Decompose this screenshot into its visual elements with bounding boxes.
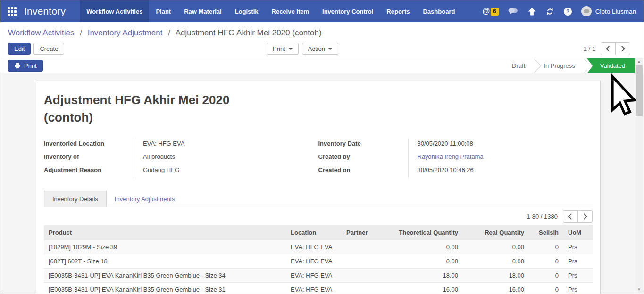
pager-buttons [601,42,630,55]
cell-uom: Prs [563,254,593,269]
column-header-theoretical-quantity[interactable]: Theoretical Quantity [385,225,463,240]
notification-badge: 6 [491,8,499,16]
svg-text:?: ? [566,8,569,14]
upload-button[interactable] [527,7,536,16]
menu-inventory-control[interactable]: Inventory Control [316,0,380,22]
list-pager: 1-80 / 1380 [44,210,593,223]
menu-raw-material[interactable]: Raw Material [177,0,228,22]
cell-uom: Prs [563,283,593,294]
print-report-button[interactable]: Print [8,60,43,72]
cell-theoretical-quantity: 16.00 [385,283,463,294]
menu-workflow-activities[interactable]: Workflow Activities [80,0,149,22]
table-row[interactable]: [1029M] 1029M - Size 39 EVA: HFG EVA 0.0… [44,240,593,254]
column-header-uom[interactable]: UoM [563,225,593,240]
table-row[interactable]: [602T] 602T - Size 18 EVA: HFG EVA 0.00 … [44,254,593,269]
breadcrumb-workflow-activities[interactable]: Workflow Activities [8,28,74,37]
field-value-created-by[interactable]: Raydhika Ireng Pratama [408,152,593,165]
scrollbar-thumb[interactable] [636,65,643,116]
breadcrumb-inventory-adjustment[interactable]: Inventory Adjustment [88,28,163,37]
column-header-location[interactable]: Location [286,225,342,240]
top-navbar: Inventory Workflow Activities Plant Raw … [0,0,644,22]
table-row[interactable]: [E0035B-3431-UP] EVA KananKiri B35 Green… [44,269,593,283]
record-pager: 1 / 1 [584,42,636,55]
cell-theoretical-quantity: 0.00 [385,240,463,254]
cell-partner [342,269,385,283]
cell-product: [E0035B-3431-UP] EVA KananKiri B35 Green… [44,269,286,283]
scrollbar-down-arrow[interactable]: ▼ [635,286,643,293]
pager-value: 1 / 1 [584,45,595,52]
help-button[interactable]: ? [563,7,572,16]
chat-icon [508,7,519,16]
breadcrumb-current: Adjustment HFG Akhir Mei 2020 (contoh) [176,28,322,37]
field-column-left: Inventoried Location EVA: HFG EVA Invent… [44,139,318,178]
column-header-product[interactable]: Product [44,225,286,240]
at-icon: @ [482,7,490,16]
messages-button[interactable] [508,7,519,16]
chevron-right-icon [581,213,587,220]
cell-theoretical-quantity: 0.00 [385,254,463,269]
table-header-row: Product Location Partner Theoretical Qua… [44,225,593,240]
pager-previous-button[interactable] [601,42,616,55]
status-step-in-progress[interactable]: In Progress [536,58,582,73]
status-steps: Draft In Progress Validated [504,58,636,73]
field-value-adjustment-reason: Gudang HFG [134,165,318,178]
field-column-right: Inventory Date 30/05/2020 11:00:08 Creat… [318,139,593,178]
form-view-background: Adjustment HFG Akhir Mei 2020 (contoh) I… [0,73,644,294]
list-pager-previous-button[interactable] [563,210,578,223]
field-label-inventory-of: Inventory of [44,152,134,160]
control-buttons-row: Edit Create Print Action 1 / 1 [8,42,636,55]
column-header-partner[interactable]: Partner [342,225,385,240]
inventory-lines-table: Product Location Partner Theoretical Qua… [44,225,593,294]
breadcrumb-separator: / [80,28,82,37]
cell-product: [E0035B-3431-UP] EVA KananKiri B35 Green… [44,283,286,294]
cell-partner [342,283,385,294]
refresh-button[interactable] [545,7,554,16]
app-switcher[interactable]: Inventory [0,0,80,22]
vertical-scrollbar[interactable]: ▲ ▼ [635,58,643,293]
form-sheet: Adjustment HFG Akhir Mei 2020 (contoh) I… [36,81,601,294]
status-step-validated[interactable]: Validated [587,58,636,73]
menu-receive-item[interactable]: Receive Item [265,0,316,22]
field-value-inventoried-location: EVA: HFG EVA [134,139,318,152]
notebook-tabs: Inventory Details Inventory Adjustments [44,191,593,207]
user-menu[interactable]: Cipto Liusman [581,6,636,16]
breadcrumb-separator: / [168,28,170,37]
cell-partner [342,240,385,254]
action-dropdown[interactable]: Action [302,43,338,55]
cell-product: [602T] 602T - Size 18 [44,254,286,269]
table-row[interactable]: [E0035B-3431-UP] EVA KananKiri B35 Green… [44,283,593,294]
caret-down-icon [328,48,332,50]
cell-theoretical-quantity: 18.00 [385,269,463,283]
menu-reports[interactable]: Reports [380,0,416,22]
cell-location: EVA: HFG EVA [286,240,342,254]
systray: @ 6 [482,0,644,22]
cell-selisih: 0 [529,283,563,294]
menu-plant[interactable]: Plant [149,0,177,22]
cell-real-quantity: 16.00 [463,283,529,294]
field-label-created-by: Created by [318,152,408,160]
edit-button[interactable]: Edit [8,43,31,55]
pager-next-button[interactable] [615,42,630,55]
main-menu: Workflow Activities Plant Raw Material L… [80,0,461,22]
column-header-real-quantity[interactable]: Real Quantity [463,225,529,240]
app-title: Inventory [24,6,66,17]
field-label-adjustment-reason: Adjustment Reason [44,165,134,173]
tab-inventory-adjustments[interactable]: Inventory Adjustments [107,191,183,207]
refresh-icon [545,7,554,16]
cell-selisih: 0 [529,240,563,254]
print-dropdown[interactable]: Print [267,43,299,55]
scrollbar-up-arrow[interactable]: ▲ [635,58,643,65]
create-button[interactable]: Create [33,43,64,55]
cell-location: EVA: HFG EVA [286,269,342,283]
menu-dashboard[interactable]: Dashboard [416,0,461,22]
caret-down-icon [289,48,293,50]
column-header-selisih[interactable]: Selisih [529,225,563,240]
apps-grid-icon [8,7,17,16]
list-pager-next-button[interactable] [577,210,593,223]
tab-inventory-details[interactable]: Inventory Details [44,191,107,207]
field-value-inventory-of: All products [134,152,318,165]
mentions-button[interactable]: @ 6 [482,7,498,16]
field-group: Inventoried Location EVA: HFG EVA Invent… [44,139,593,178]
breadcrumb: Workflow Activities / Inventory Adjustme… [8,27,636,39]
menu-logistik[interactable]: Logistik [228,0,265,22]
